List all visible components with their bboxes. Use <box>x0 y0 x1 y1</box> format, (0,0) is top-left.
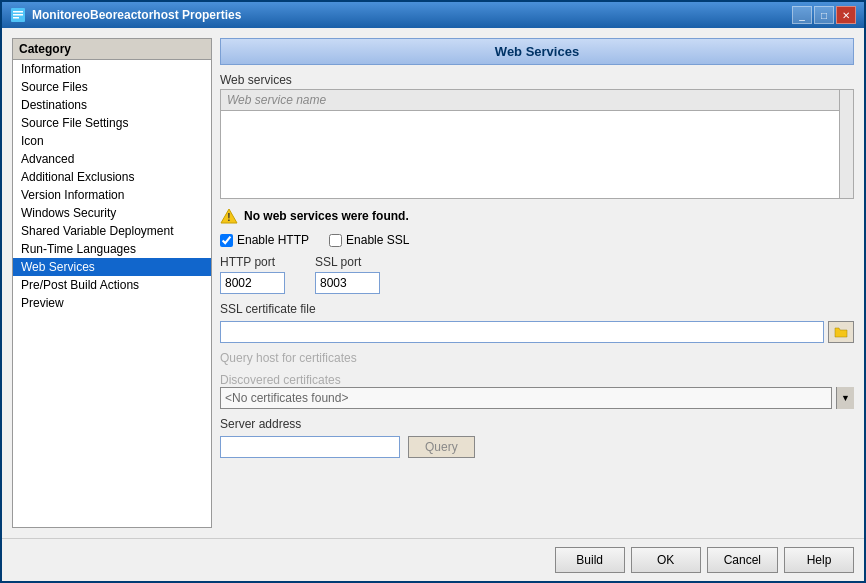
scrollbar[interactable] <box>839 90 853 198</box>
sidebar-item-icon[interactable]: Icon <box>13 132 211 150</box>
sidebar-item-preview[interactable]: Preview <box>13 294 211 312</box>
sidebar-item-shared-variable-deployment[interactable]: Shared Variable Deployment <box>13 222 211 240</box>
ssl-port-input[interactable] <box>315 272 380 294</box>
maximize-button[interactable]: □ <box>814 6 834 24</box>
enable-ssl-label: Enable SSL <box>346 233 409 247</box>
table-column-header: Web service name <box>227 93 326 107</box>
enable-http-checkbox-label[interactable]: Enable HTTP <box>220 233 309 247</box>
ssl-cert-label: SSL certificate file <box>220 302 854 316</box>
sidebar-item-source-file-settings[interactable]: Source File Settings <box>13 114 211 132</box>
web-services-label: Web services <box>220 73 854 87</box>
ssl-port-label: SSL port <box>315 255 380 269</box>
title-bar-buttons: _ □ ✕ <box>792 6 856 24</box>
panel-body: Web services Web service name ! <box>220 73 854 528</box>
svg-rect-1 <box>13 11 23 13</box>
svg-rect-2 <box>13 14 23 16</box>
sidebar-item-run-time-languages[interactable]: Run-Time Languages <box>13 240 211 258</box>
browse-folder-button[interactable] <box>828 321 854 343</box>
server-address-label: Server address <box>220 417 854 431</box>
ssl-port-group: SSL port <box>315 255 380 294</box>
web-services-section: Web services Web service name <box>220 73 854 199</box>
ports-row: HTTP port SSL port <box>220 255 854 294</box>
enable-http-label: Enable HTTP <box>237 233 309 247</box>
enable-ssl-checkbox[interactable] <box>329 234 342 247</box>
panel-header: Web Services <box>220 38 854 65</box>
close-button[interactable]: ✕ <box>836 6 856 24</box>
discovered-certs-label: Discovered certificates <box>220 373 341 387</box>
minimize-button[interactable]: _ <box>792 6 812 24</box>
app-icon <box>10 7 26 23</box>
query-host-row: Query host for certificates <box>220 351 854 365</box>
svg-text:!: ! <box>227 212 230 223</box>
folder-icon <box>834 326 848 338</box>
title-bar-left: MonitoreoBeoreactorhost Properties <box>10 7 241 23</box>
http-port-group: HTTP port <box>220 255 285 294</box>
ssl-cert-input[interactable] <box>220 321 824 343</box>
ssl-cert-row: SSL certificate file <box>220 302 854 343</box>
http-port-input[interactable] <box>220 272 285 294</box>
enable-http-checkbox[interactable] <box>220 234 233 247</box>
sidebar-item-version-information[interactable]: Version Information <box>13 186 211 204</box>
warning-row: ! No web services were found. <box>220 207 854 225</box>
sidebar-item-source-files[interactable]: Source Files <box>13 78 211 96</box>
bottom-bar: Build OK Cancel Help <box>2 538 864 581</box>
svg-rect-3 <box>13 17 19 19</box>
dropdown-arrow-button[interactable]: ▼ <box>836 387 854 409</box>
http-port-label: HTTP port <box>220 255 285 269</box>
help-button[interactable]: Help <box>784 547 854 573</box>
sidebar-item-windows-security[interactable]: Windows Security <box>13 204 211 222</box>
build-button[interactable]: Build <box>555 547 625 573</box>
enable-ssl-checkbox-label[interactable]: Enable SSL <box>329 233 409 247</box>
sidebar-header: Category <box>13 39 211 60</box>
ssl-cert-input-row <box>220 321 854 343</box>
certs-dropdown[interactable]: <No certificates found> <box>220 387 832 409</box>
chevron-down-icon: ▼ <box>841 393 850 403</box>
sidebar-item-pre-post-build-actions[interactable]: Pre/Post Build Actions <box>13 276 211 294</box>
sidebar-item-destinations[interactable]: Destinations <box>13 96 211 114</box>
title-bar: MonitoreoBeoreactorhost Properties _ □ ✕ <box>2 2 864 28</box>
server-address-row: Server address Query <box>220 417 854 458</box>
discovered-certs-section: Discovered certificates <No certificates… <box>220 373 854 409</box>
options-row: Enable HTTP Enable SSL <box>220 233 854 247</box>
no-certs-text: <No certificates found> <box>225 391 348 405</box>
server-input-row: Query <box>220 436 854 458</box>
main-window: MonitoreoBeoreactorhost Properties _ □ ✕… <box>0 0 866 583</box>
query-host-label: Query host for certificates <box>220 351 357 365</box>
web-services-table: Web service name <box>220 89 854 199</box>
server-address-input[interactable] <box>220 436 400 458</box>
warning-text: No web services were found. <box>244 209 409 223</box>
sidebar-item-information[interactable]: Information <box>13 60 211 78</box>
window-title: MonitoreoBeoreactorhost Properties <box>32 8 241 22</box>
table-header: Web service name <box>221 90 853 111</box>
main-panel: Web Services Web services Web service na… <box>220 38 854 528</box>
sidebar-item-additional-exclusions[interactable]: Additional Exclusions <box>13 168 211 186</box>
cancel-button[interactable]: Cancel <box>707 547 778 573</box>
warning-icon: ! <box>220 207 238 225</box>
sidebar-item-web-services[interactable]: Web Services <box>13 258 211 276</box>
sidebar-item-advanced[interactable]: Advanced <box>13 150 211 168</box>
discovered-certs-row: <No certificates found> ▼ <box>220 387 854 409</box>
query-button[interactable]: Query <box>408 436 475 458</box>
content-area: Category Information Source Files Destin… <box>2 28 864 538</box>
ok-button[interactable]: OK <box>631 547 701 573</box>
sidebar: Category Information Source Files Destin… <box>12 38 212 528</box>
